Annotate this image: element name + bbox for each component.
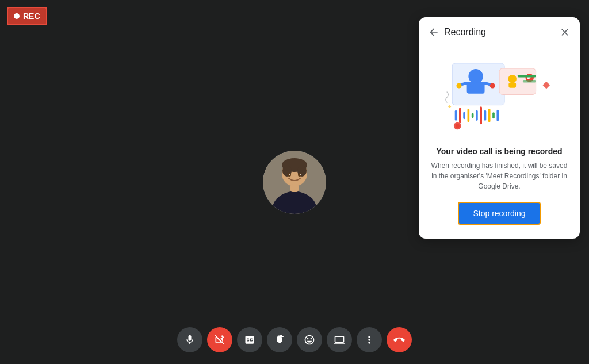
end-call-icon [393, 334, 405, 346]
svg-point-14 [456, 83, 461, 88]
svg-point-8 [289, 174, 290, 175]
svg-rect-28 [484, 110, 487, 121]
svg-rect-24 [468, 109, 470, 122]
camera-off-button[interactable] [207, 327, 232, 352]
videocam-off-icon [214, 334, 225, 346]
svg-rect-25 [472, 113, 474, 118]
svg-point-12 [468, 69, 483, 83]
panel-main-text: Your video call is being recorded [430, 147, 568, 156]
captions-button[interactable] [237, 327, 262, 352]
more-icon [364, 334, 375, 346]
panel-body: Your video call is being recorded When r… [419, 147, 580, 191]
close-button[interactable] [559, 26, 571, 38]
svg-marker-37 [448, 105, 451, 108]
svg-rect-23 [463, 112, 465, 119]
panel-header-left: Recording [428, 26, 486, 38]
svg-point-33 [456, 124, 460, 128]
microphone-button[interactable] [177, 327, 202, 352]
more-options-button[interactable] [357, 327, 382, 352]
participant-avatar [263, 151, 326, 214]
toolbar [177, 327, 412, 352]
close-icon [559, 26, 571, 38]
svg-rect-18 [508, 83, 516, 88]
panel-title: Recording [444, 27, 486, 37]
svg-marker-36 [542, 82, 550, 89]
svg-rect-26 [476, 110, 478, 121]
back-button[interactable] [428, 26, 439, 38]
raise-hand-button[interactable] [267, 327, 292, 352]
svg-rect-30 [492, 112, 495, 118]
panel-header: Recording [419, 17, 580, 45]
svg-point-6 [288, 173, 291, 177]
recording-illustration [442, 57, 557, 137]
rec-label: REC [23, 12, 40, 21]
svg-point-17 [508, 75, 517, 83]
svg-rect-21 [455, 110, 457, 121]
stop-recording-button[interactable]: Stop recording [458, 202, 540, 225]
mic-icon [184, 334, 196, 346]
emoji-icon [304, 334, 315, 346]
panel-illustration [419, 45, 580, 147]
svg-point-9 [300, 174, 301, 175]
svg-point-7 [298, 173, 301, 177]
svg-rect-5 [290, 184, 299, 192]
end-call-button[interactable] [387, 327, 412, 352]
svg-rect-27 [480, 106, 482, 124]
rec-dot [14, 13, 20, 19]
svg-rect-29 [488, 109, 491, 122]
emoji-button[interactable] [297, 327, 322, 352]
rec-badge: REC [7, 7, 47, 25]
raise-hand-icon [274, 334, 285, 346]
video-area: REC [0, 0, 589, 364]
svg-point-15 [490, 83, 495, 88]
svg-rect-22 [459, 108, 461, 123]
present-icon [334, 334, 345, 346]
panel-sub-text: When recording has finished, it will be … [430, 160, 568, 191]
svg-rect-35 [523, 80, 536, 83]
captions-icon [244, 334, 255, 346]
recording-panel: Recording [419, 17, 580, 239]
svg-rect-31 [496, 110, 499, 121]
svg-rect-34 [518, 75, 536, 78]
present-button[interactable] [327, 327, 352, 352]
back-arrow-icon [428, 26, 439, 38]
avatar-face [263, 151, 326, 214]
